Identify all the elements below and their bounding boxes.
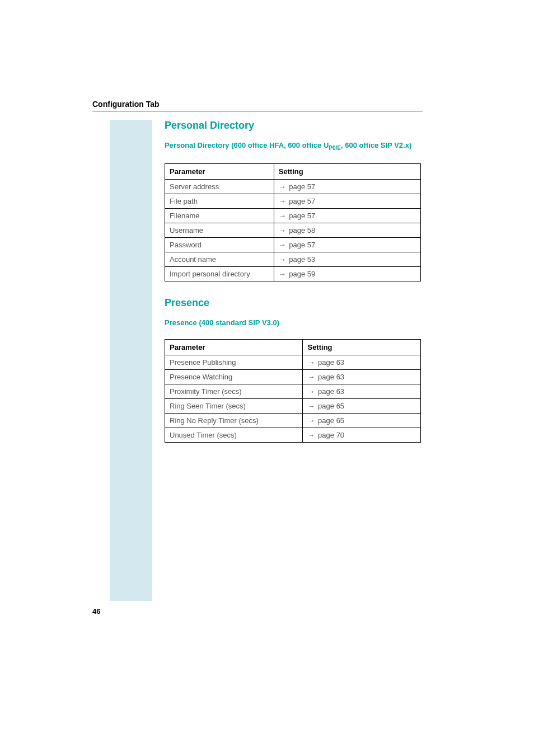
setting-cell[interactable]: → page 57 <box>274 208 420 223</box>
sidebar-decoration <box>110 120 152 601</box>
header-underline <box>92 111 423 111</box>
arrow-icon: → <box>307 402 315 410</box>
page-header: Configuration Tab <box>92 100 160 109</box>
param-cell: Import personal directory <box>165 266 274 281</box>
table-row: File path → page 57 <box>165 194 421 208</box>
setting-cell[interactable]: → page 65 <box>303 413 421 428</box>
table-row: Unused Timer (secs) → page 70 <box>165 428 421 442</box>
setting-cell[interactable]: → page 70 <box>303 428 421 442</box>
section2-subtitle: Presence (400 standard SIP V3.0) <box>165 318 421 328</box>
subtitle-part1: Personal Directory (600 office HFA, 600 … <box>165 141 329 149</box>
arrow-icon: → <box>307 387 315 396</box>
arrow-icon: → <box>279 197 286 205</box>
table-header-row: Parameter Setting <box>165 163 421 179</box>
page-number: 46 <box>92 607 100 616</box>
subtitle-subscript: P0/E <box>329 145 341 151</box>
col-header-setting: Setting <box>274 163 420 179</box>
arrow-icon: → <box>307 373 315 381</box>
arrow-icon: → <box>279 226 286 234</box>
page-ref: page 59 <box>289 270 315 278</box>
page-ref: page 57 <box>289 212 315 220</box>
table-row: Account name → page 53 <box>165 252 421 266</box>
table-row: Filename → page 57 <box>165 208 421 223</box>
arrow-icon: → <box>279 270 286 278</box>
param-cell: Server address <box>165 179 274 194</box>
param-cell: Filename <box>165 208 274 223</box>
page-ref: page 58 <box>289 226 315 234</box>
page-ref: page 63 <box>318 387 344 396</box>
arrow-icon: → <box>307 416 315 425</box>
table-row: Ring No Reply Timer (secs) → page 65 <box>165 413 421 428</box>
personal-directory-table: Parameter Setting Server address → page … <box>165 163 421 281</box>
param-cell: Username <box>165 223 274 237</box>
table-row: Presence Publishing → page 63 <box>165 355 421 369</box>
page-ref: page 70 <box>318 431 344 439</box>
page-ref: page 57 <box>289 241 315 249</box>
arrow-icon: → <box>279 241 286 249</box>
page-ref: page 53 <box>289 255 315 264</box>
table-row: Password → page 57 <box>165 237 421 252</box>
table-row: Server address → page 57 <box>165 179 421 194</box>
col-header-setting: Setting <box>303 339 421 355</box>
param-cell: Ring No Reply Timer (secs) <box>165 413 303 428</box>
page-ref: page 65 <box>318 402 344 410</box>
param-cell: Proximity Timer (secs) <box>165 384 303 398</box>
setting-cell[interactable]: → page 53 <box>274 252 420 266</box>
param-cell: Account name <box>165 252 274 266</box>
section1-title: Personal Directory <box>165 120 421 132</box>
param-cell: Ring Seen Timer (secs) <box>165 398 303 413</box>
col-header-parameter: Parameter <box>165 163 274 179</box>
setting-cell[interactable]: → page 57 <box>274 194 420 208</box>
page-ref: page 63 <box>318 358 344 367</box>
setting-cell[interactable]: → page 57 <box>274 179 420 194</box>
col-header-parameter: Parameter <box>165 339 303 355</box>
table-row: Presence Watching → page 63 <box>165 369 421 384</box>
page-ref: page 65 <box>318 416 344 425</box>
setting-cell[interactable]: → page 65 <box>303 398 421 413</box>
page-ref: page 63 <box>318 373 344 381</box>
section1-subtitle: Personal Directory (600 office HFA, 600 … <box>165 140 421 152</box>
setting-cell[interactable]: → page 57 <box>274 237 420 252</box>
arrow-icon: → <box>279 182 286 191</box>
table-row: Proximity Timer (secs) → page 63 <box>165 384 421 398</box>
param-cell: Presence Publishing <box>165 355 303 369</box>
arrow-icon: → <box>307 358 315 367</box>
table-header-row: Parameter Setting <box>165 339 421 355</box>
table-row: Import personal directory → page 59 <box>165 266 421 281</box>
subtitle-part2: , 600 office SIP V2.x) <box>341 141 411 149</box>
setting-cell[interactable]: → page 63 <box>303 369 421 384</box>
setting-cell[interactable]: → page 63 <box>303 355 421 369</box>
param-cell: Presence Watching <box>165 369 303 384</box>
param-cell: Password <box>165 237 274 252</box>
arrow-icon: → <box>307 431 315 439</box>
param-cell: Unused Timer (secs) <box>165 428 303 442</box>
setting-cell[interactable]: → page 59 <box>274 266 420 281</box>
header-title: Configuration Tab <box>92 100 160 109</box>
content-area: Personal Directory Personal Directory (6… <box>165 120 421 458</box>
arrow-icon: → <box>279 212 286 220</box>
setting-cell[interactable]: → page 63 <box>303 384 421 398</box>
page-ref: page 57 <box>289 182 315 191</box>
presence-table: Parameter Setting Presence Publishing → … <box>165 339 421 443</box>
section2-title: Presence <box>165 297 421 309</box>
setting-cell[interactable]: → page 58 <box>274 223 420 237</box>
table-row: Ring Seen Timer (secs) → page 65 <box>165 398 421 413</box>
page-ref: page 57 <box>289 197 315 205</box>
param-cell: File path <box>165 194 274 208</box>
table-row: Username → page 58 <box>165 223 421 237</box>
arrow-icon: → <box>279 255 286 264</box>
